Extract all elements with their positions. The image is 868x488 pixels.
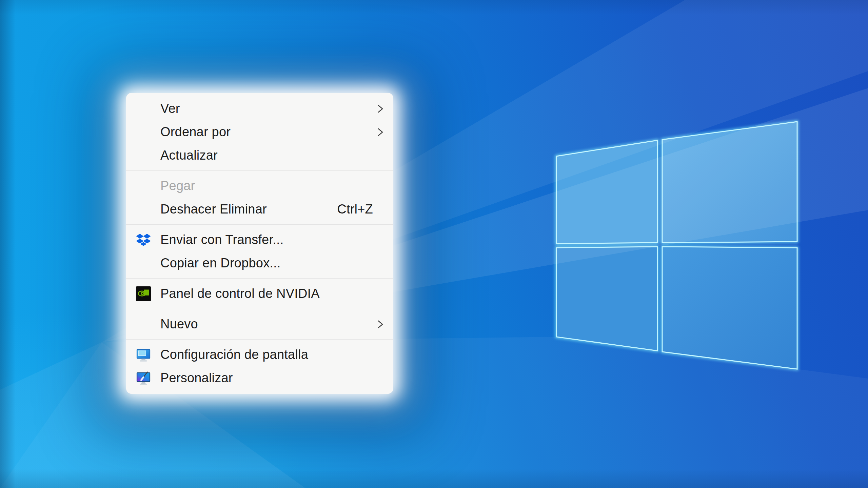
menu-item-label: Panel de control de NVIDIA xyxy=(160,286,320,301)
menu-item-enviar-con-transfer[interactable]: Enviar con Transfer... xyxy=(126,228,393,251)
menu-item-personalizar[interactable]: Personalizar xyxy=(126,366,393,390)
logo-pane-bottom-right xyxy=(662,247,797,369)
menu-item-label: Configuración de pantalla xyxy=(160,347,308,362)
icon-spacer xyxy=(136,256,151,271)
menu-item-panel-de-control-de-nvidia[interactable]: Panel de control de NVIDIA xyxy=(126,282,393,305)
menu-item-shortcut: Ctrl+Z xyxy=(337,202,373,217)
menu-separator xyxy=(126,309,393,309)
context-menu: VerOrdenar porActualizarPegarDeshacer El… xyxy=(126,93,393,394)
dropbox-icon xyxy=(136,232,151,248)
menu-separator xyxy=(126,170,393,171)
menu-item-label: Enviar con Transfer... xyxy=(160,232,283,247)
icon-spacer xyxy=(136,148,151,163)
menu-item-pegar: Pegar xyxy=(126,174,393,198)
chevron-right-icon xyxy=(376,126,384,138)
menu-item-ver[interactable]: Ver xyxy=(126,97,393,120)
menu-item-copiar-en-dropbox[interactable]: Copiar en Dropbox... xyxy=(126,251,393,275)
chevron-right-icon xyxy=(376,318,384,330)
menu-item-nuevo[interactable]: Nuevo xyxy=(126,312,393,336)
icon-spacer xyxy=(136,202,151,217)
menu-item-actualizar[interactable]: Actualizar xyxy=(126,144,393,167)
display-settings-icon xyxy=(136,347,151,363)
menu-item-label: Copiar en Dropbox... xyxy=(160,256,281,270)
menu-item-label: Ordenar por xyxy=(160,125,231,139)
menu-item-label: Nuevo xyxy=(160,317,198,331)
menu-item-configuracion-de-pantalla[interactable]: Configuración de pantalla xyxy=(126,343,393,366)
chevron-right-icon xyxy=(376,103,384,115)
icon-spacer xyxy=(136,124,151,140)
menu-item-ordenar-por[interactable]: Ordenar por xyxy=(126,120,393,144)
nvidia-icon xyxy=(136,286,151,302)
icon-spacer xyxy=(136,317,151,332)
menu-separator xyxy=(126,339,393,340)
menu-item-label: Ver xyxy=(160,101,180,116)
menu-separator xyxy=(126,224,393,225)
menu-item-label: Personalizar xyxy=(160,371,233,385)
menu-item-label: Deshacer Eliminar xyxy=(160,202,267,217)
menu-item-label: Pegar xyxy=(160,179,195,193)
logo-pane-bottom-left xyxy=(556,247,657,351)
icon-spacer xyxy=(136,178,151,194)
menu-item-deshacer-eliminar[interactable]: Deshacer EliminarCtrl+Z xyxy=(126,198,393,221)
menu-separator xyxy=(126,278,393,279)
personalization-icon xyxy=(136,370,151,386)
menu-item-label: Actualizar xyxy=(160,148,218,163)
icon-spacer xyxy=(136,101,151,117)
desktop: VerOrdenar porActualizarPegarDeshacer El… xyxy=(0,0,868,488)
